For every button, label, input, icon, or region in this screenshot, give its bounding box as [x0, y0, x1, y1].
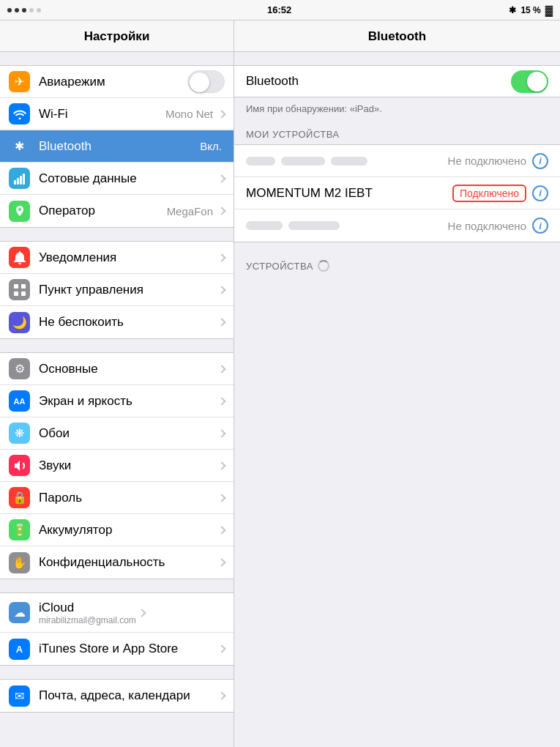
device-3-status: Не подключено	[448, 220, 526, 232]
dnd-chevron-icon	[217, 318, 225, 326]
bluetooth-icon: ✱	[9, 135, 30, 157]
sidebar-item-privacy[interactable]: ✋ Конфиденциальность	[0, 546, 234, 579]
settings-header: Настройки	[0, 21, 234, 52]
bluetooth-status-icon: ✱	[509, 5, 516, 15]
device-2-info-button[interactable]: i	[532, 185, 548, 201]
general-icon: ⚙	[9, 358, 30, 379]
display-label: Экран и яркость	[39, 394, 216, 409]
settings-group-notifications: Уведомления Пункт управления 🌙 Не бес	[0, 241, 234, 339]
airplane-icon: ✈	[9, 71, 30, 92]
password-icon: 🔒	[9, 487, 30, 508]
display-chevron-icon	[217, 397, 225, 405]
status-right: ✱ 15 % ▓	[509, 4, 553, 16]
sidebar-item-general[interactable]: ⚙ Основные	[0, 353, 234, 385]
placeholder-bar	[288, 221, 340, 230]
control-center-label: Пункт управления	[39, 283, 216, 297]
sidebar-item-notifications[interactable]: Уведомления	[0, 242, 234, 274]
mail-icon: ✉	[9, 685, 30, 707]
bluetooth-toggle[interactable]	[511, 70, 548, 93]
privacy-label: Конфиденциальность	[39, 555, 216, 570]
operator-icon	[9, 201, 30, 222]
main-layout: Настройки ✈ Авиарежим	[0, 21, 560, 747]
sidebar-item-wifi[interactable]: Wi-Fi Mono Net	[0, 98, 234, 130]
password-label: Пароль	[39, 491, 216, 505]
device-row-3[interactable]: Не подключено i	[234, 209, 560, 242]
sidebar-item-display[interactable]: AA Экран и яркость	[0, 385, 234, 417]
wallpaper-icon: ❋	[9, 423, 30, 444]
signal-dot-2	[15, 8, 19, 12]
wifi-value: Mono Net	[165, 108, 213, 120]
svg-rect-1	[17, 178, 19, 185]
sidebar-item-cellular[interactable]: Сотовые данные	[0, 163, 234, 195]
battery-chevron-icon	[217, 526, 225, 534]
svg-rect-4	[14, 284, 18, 289]
dnd-label: Не беспокоить	[39, 315, 216, 330]
my-devices-group: Не подключено i MOMENTUM M2 IEBT Подключ…	[234, 144, 560, 242]
sounds-label: Звуки	[39, 458, 216, 473]
signal-dot-3	[22, 8, 26, 12]
operator-value: MegaFon	[167, 205, 213, 218]
cellular-chevron-icon	[217, 174, 225, 182]
privacy-icon: ✋	[9, 552, 30, 573]
sidebar-item-dnd[interactable]: 🌙 Не беспокоить	[0, 306, 234, 338]
device-row-1[interactable]: Не подключено i	[234, 145, 560, 177]
my-devices-header: МОИ УСТРОЙСТВА	[234, 124, 560, 144]
scanning-spinner	[318, 260, 329, 272]
placeholder-bar	[281, 157, 325, 166]
display-icon: AA	[9, 390, 30, 412]
scanning-section: УСТРОЙСТВА	[234, 256, 560, 276]
placeholder-bar	[246, 221, 283, 230]
general-chevron-icon	[217, 365, 225, 373]
device-row-momentum[interactable]: MOMENTUM M2 IEBT Подключено i	[234, 177, 560, 209]
svg-rect-7	[21, 291, 26, 296]
battery-icon: 🔋	[9, 519, 30, 540]
svg-rect-0	[14, 180, 16, 185]
itunes-label: iTunes Store и App Store	[39, 642, 216, 656]
icloud-label: iCloud	[39, 601, 136, 615]
sidebar-item-operator[interactable]: Оператор MegaFon	[0, 195, 234, 227]
bluetooth-toggle-thumb	[527, 72, 547, 92]
notifications-icon	[9, 247, 30, 268]
sidebar-item-battery[interactable]: 🔋 Аккумулятор	[0, 514, 234, 546]
bluetooth-toggle-label: Bluetooth	[246, 74, 511, 89]
sidebar-item-sounds[interactable]: Звуки	[0, 450, 234, 482]
bluetooth-toggle-row: Bluetooth	[234, 65, 560, 97]
sidebar-item-mail[interactable]: ✉ Почта, адреса, календари	[0, 680, 234, 712]
device-2-name: MOMENTUM M2 IEBT	[246, 186, 452, 201]
control-center-chevron-icon	[217, 286, 225, 294]
status-left	[7, 8, 50, 12]
settings-group-accounts: ☁ iCloud mirabilizmail@gmail.com A iTune…	[0, 592, 234, 666]
airplane-toggle[interactable]	[187, 70, 225, 93]
sidebar-item-control-center[interactable]: Пункт управления	[0, 274, 234, 306]
bluetooth-discover-text: Имя при обнаружении: «iPad».	[234, 97, 560, 124]
sidebar-item-password[interactable]: 🔒 Пароль	[0, 482, 234, 514]
itunes-chevron-icon	[217, 644, 225, 653]
wifi-label: Wi-Fi	[39, 107, 165, 122]
cellular-label: Сотовые данные	[39, 171, 216, 186]
sidebar-item-bluetooth[interactable]: ✱ Bluetooth Вкл.	[0, 130, 234, 163]
status-time: 16:52	[267, 4, 291, 15]
wifi-icon	[9, 103, 30, 124]
svg-rect-5	[21, 284, 26, 289]
device-1-info-button[interactable]: i	[532, 153, 548, 169]
scanning-header: УСТРОЙСТВА	[234, 256, 560, 276]
sidebar-item-airplane[interactable]: ✈ Авиарежим	[0, 66, 234, 98]
device-3-info-button[interactable]: i	[532, 218, 548, 234]
icloud-chevron-icon	[138, 609, 146, 617]
battery-percent: 15 %	[520, 5, 540, 15]
scanning-header-label: УСТРОЙСТВА	[246, 261, 313, 272]
cellular-icon	[9, 168, 30, 189]
device-placeholder-1	[246, 157, 448, 166]
placeholder-bar	[246, 157, 275, 166]
sidebar-item-wallpaper[interactable]: ❋ Обои	[0, 417, 234, 450]
battery-label: Аккумулятор	[39, 523, 216, 538]
itunes-icon: A	[9, 639, 30, 660]
sidebar-item-icloud[interactable]: ☁ iCloud mirabilizmail@gmail.com	[0, 593, 234, 633]
mail-label: Почта, адреса, календари	[39, 688, 216, 703]
sounds-icon	[9, 455, 30, 476]
airplane-label: Авиарежим	[39, 75, 187, 89]
settings-group-connectivity: ✈ Авиарежим Wi-Fi Mono Net	[0, 65, 234, 228]
sidebar-item-itunes[interactable]: A iTunes Store и App Store	[0, 633, 234, 665]
status-bar: 16:52 ✱ 15 % ▓	[0, 0, 560, 21]
battery-icon: ▓	[545, 4, 553, 16]
